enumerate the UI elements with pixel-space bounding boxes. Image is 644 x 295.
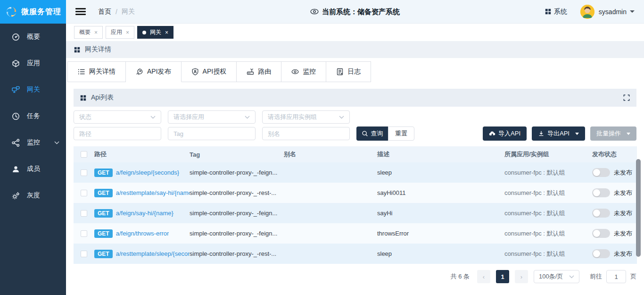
- api-list-header: Api列表: [74, 89, 636, 107]
- sidebar-item-tasks[interactable]: 任务: [0, 103, 66, 129]
- publish-toggle[interactable]: [592, 229, 610, 238]
- tab-chip-label: 概要: [79, 28, 91, 36]
- instance-group-select[interactable]: 请选择应用实例组: [262, 110, 350, 124]
- fullscreen-icon[interactable]: [623, 94, 630, 101]
- tab-gateway-detail[interactable]: 网关详情: [68, 62, 126, 82]
- row-checkbox[interactable]: [81, 230, 87, 237]
- router-icon: [247, 68, 254, 76]
- publish-status-label: 未发布: [614, 229, 632, 238]
- publish-toggle[interactable]: [592, 168, 610, 177]
- api-tag: simple-controller-proxy-_-rest-...: [190, 189, 284, 196]
- tab-logs[interactable]: 日志: [326, 62, 371, 82]
- username-label[interactable]: sysadmin: [599, 8, 627, 16]
- sidebar-item-label: 任务: [27, 112, 40, 120]
- close-icon[interactable]: ×: [126, 29, 129, 36]
- close-icon[interactable]: ×: [165, 29, 168, 36]
- page-title: 网关详情: [85, 45, 111, 54]
- top-header: 微服务管理 首页 / 网关 当前系统：储备资产系统 系统: [0, 0, 644, 24]
- api-path-link[interactable]: a/feign/say-hi/{name}: [116, 210, 173, 217]
- tab-routes[interactable]: 路由: [237, 62, 281, 82]
- page-size-select[interactable]: 100条/页: [534, 270, 579, 283]
- grid-icon: [545, 8, 551, 15]
- select-all-checkbox[interactable]: [81, 151, 87, 158]
- goto-unit-label: 页: [630, 272, 636, 281]
- share-nodes-icon: [12, 139, 20, 147]
- publish-toggle[interactable]: [592, 188, 610, 197]
- publish-toggle[interactable]: [592, 209, 610, 218]
- chevron-down-icon: [54, 141, 59, 144]
- tab-chip-applications[interactable]: 应用 ×: [106, 26, 134, 39]
- grid-icon: [80, 95, 86, 101]
- avatar-person-icon: [580, 5, 594, 19]
- sidebar-item-label: 网关: [27, 85, 40, 94]
- status-select[interactable]: 状态: [74, 110, 161, 124]
- sidebar-item-overview[interactable]: 概要: [0, 24, 66, 50]
- api-path-link[interactable]: a/resttemplate/sleep/{seconds}: [116, 250, 190, 257]
- batch-operations-button[interactable]: 批量操作: [590, 126, 636, 141]
- next-page-button[interactable]: ›: [515, 270, 528, 283]
- column-path: 路径: [94, 150, 190, 159]
- api-path-link[interactable]: a/feign/sleep/{seconds}: [116, 169, 179, 176]
- publish-toggle[interactable]: [592, 249, 610, 258]
- prev-page-button[interactable]: ‹: [477, 270, 490, 283]
- row-checkbox[interactable]: [81, 190, 87, 196]
- list-icon: [78, 68, 85, 76]
- row-checkbox[interactable]: [81, 169, 87, 176]
- shield-icon: [191, 68, 199, 76]
- api-desc: sleep: [377, 169, 504, 176]
- cloud-upload-icon: [489, 130, 495, 137]
- sidebar-item-monitoring[interactable]: 监控: [0, 129, 66, 156]
- tab-api-publish[interactable]: API发布: [126, 62, 182, 82]
- tag-input[interactable]: [168, 127, 256, 140]
- instance-group-select-placeholder: 请选择应用实例组: [268, 113, 317, 121]
- system-menu[interactable]: 系统: [545, 8, 567, 16]
- table-scrollbar[interactable]: [636, 159, 641, 257]
- total-count-label: 共 6 条: [451, 272, 470, 281]
- api-desc: sayHi0011: [377, 189, 504, 196]
- table-row: GET a/feign/sleep/{seconds} simple-contr…: [74, 162, 637, 183]
- import-api-button[interactable]: 导入API: [483, 126, 527, 141]
- breadcrumb-home[interactable]: 首页: [98, 8, 111, 16]
- tab-chip-gateway[interactable]: 网关 ×: [137, 26, 173, 39]
- application-select[interactable]: 请选择应用: [168, 110, 256, 124]
- method-badge: GET: [94, 209, 113, 218]
- dashboard-icon: [12, 33, 20, 41]
- tab-chip-overview[interactable]: 概要 ×: [74, 26, 103, 39]
- reset-button[interactable]: 重置: [388, 126, 414, 141]
- caret-down-icon: [575, 133, 579, 135]
- sidebar-item-applications[interactable]: 应用: [0, 50, 66, 76]
- current-system-label: 当前系统：储备资产系统: [322, 7, 400, 16]
- user-caret-icon[interactable]: [630, 10, 635, 13]
- menu-toggle-icon[interactable]: [75, 7, 86, 17]
- goto-page-input[interactable]: [606, 270, 626, 283]
- table-row: GET a/feign/say-hi/{name} simple-control…: [74, 203, 637, 223]
- sidebar-item-graylevel[interactable]: 灰度: [0, 182, 66, 209]
- row-checkbox[interactable]: [81, 251, 87, 257]
- row-checkbox[interactable]: [81, 210, 87, 217]
- caret-down-icon: [627, 133, 630, 135]
- export-api-button[interactable]: 导出API: [532, 126, 585, 141]
- publish-status-label: 未发布: [614, 250, 632, 258]
- column-tag: Tag: [190, 151, 284, 158]
- sidebar-item-members[interactable]: 成员: [0, 156, 66, 182]
- table-row: GET a/resttemplate/say-hi/{name} simple-…: [74, 183, 637, 203]
- api-desc: throwsError: [377, 230, 504, 237]
- eye-icon: [310, 8, 319, 16]
- breadcrumb-current: 网关: [122, 8, 135, 16]
- avatar[interactable]: [580, 5, 594, 19]
- tab-label: 日志: [347, 67, 361, 76]
- tab-api-authorization[interactable]: API授权: [182, 62, 237, 82]
- import-api-label: 导入API: [498, 129, 520, 138]
- close-icon[interactable]: ×: [94, 29, 98, 36]
- sidebar-item-gateway[interactable]: 网关: [0, 76, 66, 103]
- path-input[interactable]: [74, 127, 161, 140]
- page-size-label: 100条/页: [539, 272, 563, 281]
- chevron-down-icon: [150, 116, 156, 119]
- alias-input[interactable]: [262, 127, 350, 140]
- tab-monitoring[interactable]: 监控: [281, 62, 326, 82]
- api-path-link[interactable]: a/feign/throws-error: [116, 230, 169, 237]
- sidebar-item-label: 成员: [27, 165, 40, 173]
- search-button[interactable]: 查询: [356, 126, 388, 141]
- api-path-link[interactable]: a/resttemplate/say-hi/{name}: [116, 189, 190, 196]
- page-number-button[interactable]: 1: [496, 270, 509, 283]
